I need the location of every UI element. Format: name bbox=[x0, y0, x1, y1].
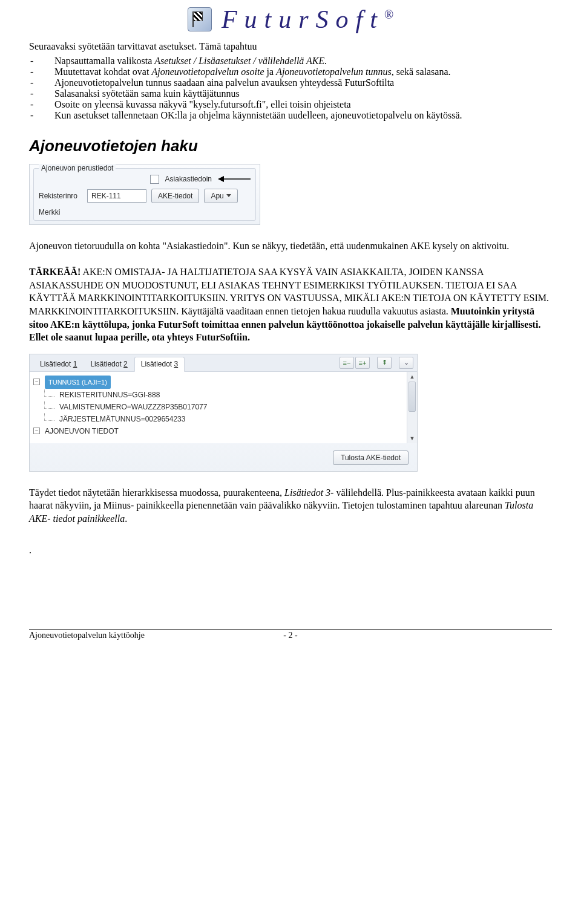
toolbar-divider bbox=[371, 357, 376, 368]
tab-strip: Lisätiedot 1 Lisätiedot 2 Lisätiedot 3 ≡… bbox=[30, 354, 417, 372]
screenshot-ajoneuvon-perustiedot: Ajoneuvon perustiedot Asiakastiedoin Rek… bbox=[29, 164, 260, 225]
lone-period: . bbox=[29, 544, 552, 557]
groupbox-legend: Ajoneuvon perustiedot bbox=[39, 164, 116, 172]
page-footer: Ajoneuvotietopalvelun käyttöohje - 2 - bbox=[29, 629, 552, 640]
tree-child[interactable]: JÄRJESTELMÄTUNNUS=0029654233 bbox=[32, 413, 404, 425]
expand-all-button[interactable]: ≡+ bbox=[355, 357, 370, 369]
section-heading: Ajoneuvotietojen haku bbox=[29, 137, 552, 155]
flag-icon bbox=[188, 7, 212, 31]
logo-text: FuturSoft® bbox=[222, 5, 393, 34]
ake-tiedot-button[interactable]: AKE-tiedot bbox=[151, 189, 199, 203]
screenshot-lisatiedot: Lisätiedot 1 Lisätiedot 2 Lisätiedot 3 ≡… bbox=[29, 354, 418, 472]
checkbox-asiakastiedoin[interactable] bbox=[150, 175, 159, 184]
tree-root-tunnus1[interactable]: − TUNNUS1 (LAJI=1) bbox=[32, 376, 404, 389]
tree-collapse-button[interactable]: ⇞ bbox=[377, 357, 392, 369]
list-item: - Muutettavat kohdat ovat Ajoneuvotietop… bbox=[29, 67, 552, 77]
checkbox-label: Asiakastiedoin bbox=[165, 175, 212, 183]
tail-paragraph: Täydet tiedot näytetään hierarkkisessa m… bbox=[29, 486, 552, 525]
collapse-all-button[interactable]: ≡− bbox=[340, 357, 354, 369]
print-ake-button[interactable]: Tulosta AKE-tiedot bbox=[333, 451, 409, 465]
tree-view[interactable]: − TUNNUS1 (LAJI=1) REKISTERITUNNUS=GGI-8… bbox=[30, 372, 407, 443]
list-item: - Napsauttamalla valikosta Asetukset / L… bbox=[29, 56, 552, 67]
intro-line: Seuraavaksi syötetään tarvittavat asetuk… bbox=[29, 40, 552, 53]
intro-bullets: - Napsauttamalla valikosta Asetukset / L… bbox=[29, 56, 552, 121]
arrow-annotation-icon bbox=[218, 175, 251, 183]
scroll-down-icon[interactable]: ▼ bbox=[407, 434, 417, 443]
tab-lisatiedot-1[interactable]: Lisätiedot 1 bbox=[33, 357, 84, 371]
paragraph: Ajoneuvon tietoruudulla on kohta "Asiaka… bbox=[29, 239, 552, 253]
list-item: - Kun asetukset tallennetaan OK:lla ja o… bbox=[29, 110, 552, 121]
svg-marker-1 bbox=[218, 176, 224, 182]
rekisterinro-input[interactable]: REK-111 bbox=[87, 189, 146, 203]
list-item: - Salasanaksi syötetään sama kuin käyttä… bbox=[29, 88, 552, 99]
chevron-down-icon bbox=[226, 194, 231, 197]
list-item: - Osoite on yleensä kuvassa näkyvä "kyse… bbox=[29, 99, 552, 110]
toolbar-overflow-button[interactable]: ⌄ bbox=[399, 357, 413, 369]
header-logo: FuturSoft® bbox=[29, 0, 552, 40]
toolbar-divider bbox=[393, 357, 398, 368]
tree-child[interactable]: REKISTERITUNNUS=GGI-888 bbox=[32, 389, 404, 401]
tab-lisatiedot-2[interactable]: Lisätiedot 2 bbox=[84, 357, 134, 371]
apu-dropdown[interactable]: Apu bbox=[204, 189, 237, 203]
footer-page-number: - 2 - bbox=[266, 631, 315, 640]
tree-node-label: TUNNUS1 (LAJI=1) bbox=[45, 376, 111, 389]
tree-node-label: AJONEUVON TIEDOT bbox=[45, 425, 119, 437]
tree-child[interactable]: VALMISTENUMERO=WAUZZZ8P35B017077 bbox=[32, 401, 404, 413]
scroll-thumb[interactable] bbox=[409, 382, 416, 412]
scroll-up-icon[interactable]: ▲ bbox=[407, 372, 417, 382]
field-label-rekisterinro: Rekisterinro bbox=[39, 192, 82, 200]
tab-lisatiedot-3[interactable]: Lisätiedot 3 bbox=[134, 357, 185, 372]
collapse-icon[interactable]: − bbox=[33, 428, 40, 434]
footer-title: Ajoneuvotietopalvelun käyttöohje bbox=[29, 631, 266, 640]
warning-paragraph: TÄRKEÄÄ! AKE:N OMISTAJA- JA HALTIJATIETO… bbox=[29, 265, 552, 344]
collapse-icon[interactable]: − bbox=[33, 379, 40, 385]
field-label-merkki: Merkki bbox=[39, 208, 82, 216]
vertical-scrollbar[interactable]: ▲ ▼ bbox=[407, 372, 417, 443]
list-item: - Ajoneuvotietopalvelun tunnus saadaan a… bbox=[29, 77, 552, 88]
tree-root-ajoneuvon-tiedot[interactable]: − AJONEUVON TIEDOT bbox=[32, 425, 404, 437]
